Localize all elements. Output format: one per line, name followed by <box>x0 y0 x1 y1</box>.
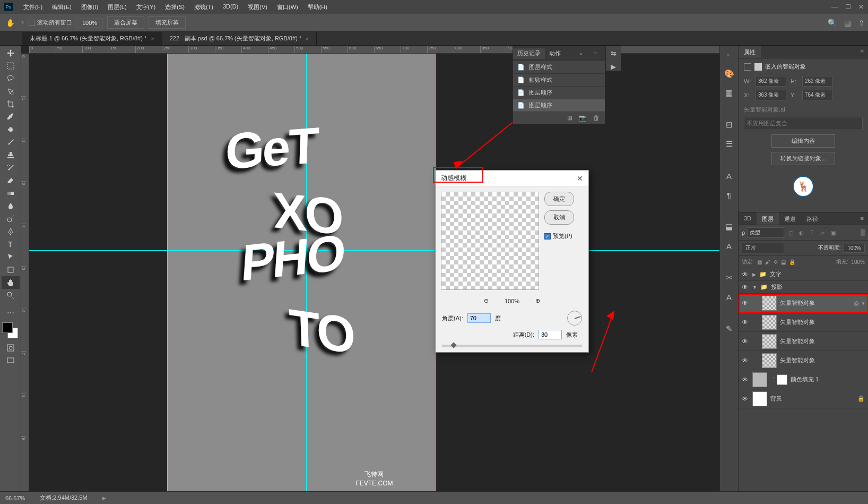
ok-button[interactable]: 确定 <box>544 192 574 206</box>
document-tab-1[interactable]: 未标题-1 @ 66.7% (矢量智能对象, RGB/8#) *× <box>22 32 162 45</box>
layer-item[interactable]: 👁背景🔒 <box>739 389 868 408</box>
fit-screen-button[interactable]: 适合屏幕 <box>107 16 144 29</box>
properties-tab[interactable]: 属性 <box>739 46 761 58</box>
smart-filter-icon[interactable]: ◎ <box>854 300 859 307</box>
menu-file[interactable]: 文件(F) <box>19 1 47 13</box>
workspace-icon[interactable]: ▦ <box>844 19 851 27</box>
search-icon[interactable]: 🔍 <box>828 19 837 27</box>
brush-settings-icon[interactable]: ✎ <box>723 323 735 335</box>
visibility-icon[interactable]: 👁 <box>742 357 749 364</box>
history-item[interactable]: 📄粘贴样式 <box>513 74 605 87</box>
layer-item[interactable]: 👁矢量智能对象 <box>739 313 868 332</box>
filter-icon[interactable]: ρ <box>742 229 745 236</box>
edit-toolbar-button[interactable]: ⋯ <box>2 306 20 319</box>
actions-tab[interactable]: 动作 <box>545 48 565 59</box>
filter-type-icon[interactable]: T <box>808 228 816 237</box>
filter-pixel-icon[interactable]: ▢ <box>786 228 795 237</box>
share-icon[interactable]: ⇪ <box>858 19 865 27</box>
character-panel-icon[interactable]: A <box>723 170 735 182</box>
history-item[interactable]: 📄图层顺序 <box>513 87 605 99</box>
lock-artboard-icon[interactable]: ⬓ <box>781 259 786 265</box>
canvas-viewport[interactable]: GeT XO PHO TO 飞特网 FEVTE.COM <box>29 54 719 491</box>
history-item[interactable]: 📄图层样式 <box>513 61 605 74</box>
distance-slider[interactable] <box>442 345 582 347</box>
layers-tab[interactable]: 图层 <box>757 212 779 225</box>
filter-smart-icon[interactable]: ▣ <box>829 228 837 237</box>
menu-help[interactable]: 帮助(H) <box>303 1 332 13</box>
menu-window[interactable]: 窗口(W) <box>273 1 302 13</box>
menu-layer[interactable]: 图层(L) <box>103 1 131 13</box>
x-input[interactable]: 363 像素 <box>756 90 786 100</box>
marquee-tool[interactable] <box>2 59 20 72</box>
menu-filter[interactable]: 滤镜(T) <box>190 1 218 13</box>
doc-size[interactable]: 文档:2.94M/32.5M <box>40 494 87 502</box>
camera-icon[interactable]: 📷 <box>579 114 587 122</box>
expand-dock-icon[interactable]: « <box>722 49 734 61</box>
paths-tab[interactable]: 路径 <box>801 212 823 225</box>
history-panel[interactable]: 历史记录 动作 »≡ 📄图层样式 📄粘贴样式 📄图层顺序 📄图层顺序 ⊞ 📷 🗑 <box>513 46 605 124</box>
gradient-tool[interactable] <box>2 187 20 200</box>
paragraph-panel-icon[interactable]: ¶ <box>723 189 735 201</box>
zoom-in-icon[interactable]: ⊕ <box>535 297 540 304</box>
cancel-button[interactable]: 取消 <box>544 210 574 225</box>
visibility-icon[interactable]: 👁 <box>742 376 749 383</box>
pen-tool[interactable] <box>2 225 20 238</box>
preview-checkbox[interactable]: ✓预览(P) <box>544 232 574 240</box>
close-tab-icon[interactable]: × <box>306 36 309 42</box>
panel-menu-icon[interactable]: ≡ <box>856 46 868 58</box>
panel-menu-icon[interactable]: ≡ <box>590 49 602 58</box>
char-styles-panel-icon[interactable]: ⬓ <box>723 221 735 233</box>
fill-screen-button[interactable]: 填充屏幕 <box>149 16 186 29</box>
layer-item[interactable]: 👁矢量智能对象 <box>739 332 868 351</box>
filter-type-select[interactable]: 类型 <box>747 227 784 238</box>
fill-input[interactable]: 100% <box>851 259 865 265</box>
lock-all-icon[interactable]: 🔒 <box>789 259 795 265</box>
filter-shape-icon[interactable]: ▱ <box>818 228 827 237</box>
history-brush-tool[interactable] <box>2 161 20 174</box>
angle-input[interactable] <box>467 313 491 323</box>
crop-tool[interactable] <box>2 98 20 110</box>
blur-tool[interactable] <box>2 200 20 212</box>
hand-tool[interactable] <box>2 276 20 289</box>
opacity-input[interactable]: 100% <box>844 244 865 253</box>
lock-pixels-icon[interactable]: ▦ <box>757 259 762 265</box>
history-item[interactable]: 📄图层顺序 <box>513 99 605 112</box>
maximize-button[interactable]: ☐ <box>845 3 851 11</box>
quick-mask-button[interactable] <box>2 341 20 354</box>
layer-item[interactable]: 👁⋮颜色填充 1 <box>739 370 868 389</box>
stamp-tool[interactable] <box>2 149 20 161</box>
channels-tab[interactable]: 通道 <box>779 212 801 225</box>
lock-position-icon[interactable]: ✥ <box>774 259 778 265</box>
para-styles-panel-icon[interactable]: A <box>723 240 735 252</box>
menu-3d[interactable]: 3D(D) <box>219 1 242 13</box>
healing-tool[interactable] <box>2 123 20 136</box>
move-tool[interactable] <box>2 47 20 59</box>
edit-contents-button[interactable]: 编辑内容 <box>771 134 835 148</box>
distance-input[interactable] <box>539 330 562 339</box>
collapse-icon[interactable]: » <box>575 49 586 58</box>
zoom-level[interactable]: 66.67% <box>5 495 25 501</box>
y-input[interactable]: 764 像素 <box>802 90 833 100</box>
visibility-icon[interactable]: 👁 <box>742 300 749 307</box>
trash-icon[interactable]: 🗑 <box>593 114 600 122</box>
layer-group[interactable]: 👁▶📁文字 <box>739 268 868 281</box>
menu-type[interactable]: 文字(Y) <box>132 1 160 13</box>
menu-image[interactable]: 图像(I) <box>77 1 102 13</box>
menu-select[interactable]: 选择(S) <box>161 1 189 13</box>
brush-tool[interactable] <box>2 136 20 149</box>
angle-dial[interactable] <box>567 311 582 326</box>
minimize-button[interactable]: — <box>831 3 838 11</box>
libraries-panel-icon[interactable]: ☰ <box>723 138 735 150</box>
layer-item[interactable]: 👁矢量智能对象◎▾ <box>739 294 868 313</box>
styles-panel-icon[interactable]: A <box>723 291 735 303</box>
status-chevron-icon[interactable]: ▶ <box>102 496 106 501</box>
close-button[interactable]: ✕ <box>858 3 864 11</box>
panel-menu-icon[interactable]: ≡ <box>856 212 868 225</box>
shape-tool[interactable] <box>2 263 20 276</box>
scroll-all-checkbox[interactable]: 滚动所有窗口 <box>29 19 72 27</box>
visibility-icon[interactable]: 👁 <box>742 338 749 345</box>
document-tab-2[interactable]: 222 - 副本.psd @ 66.7% (矢量智能对象, RGB/8#) *× <box>162 32 317 45</box>
close-tab-icon[interactable]: × <box>151 36 154 42</box>
zoom-100-button[interactable]: 100% <box>76 18 103 28</box>
blend-mode-select[interactable]: 正常 <box>742 243 784 253</box>
